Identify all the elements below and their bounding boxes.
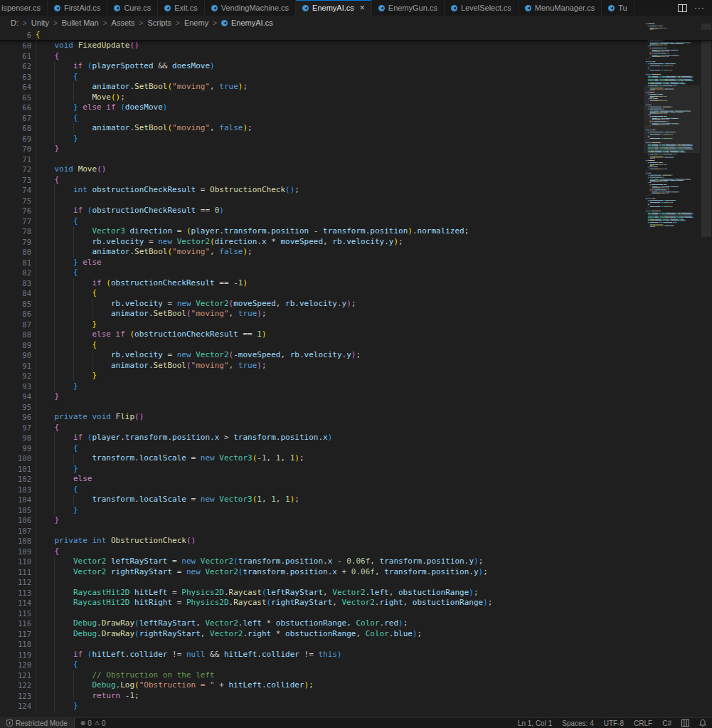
code-line[interactable]: 124 }	[0, 701, 712, 712]
code-line[interactable]: 87 }	[0, 320, 712, 330]
code-line[interactable]: 96 private void Flip()	[0, 412, 712, 423]
code-line[interactable]: 103 {	[0, 485, 712, 495]
breadcrumb-item[interactable]: Unity	[31, 19, 49, 27]
code-line[interactable]: 116 Debug.DrawRay(leftRayStart, Vector2.…	[0, 618, 712, 629]
sticky-scroll-line[interactable]: 6{	[0, 30, 712, 41]
code-line[interactable]: 6{	[0, 30, 712, 40]
tab-enemyai-cs[interactable]: EnemyAI.cs×	[296, 0, 372, 16]
code-line[interactable]: 102 else	[0, 474, 712, 485]
code-line[interactable]: 94 }	[0, 391, 712, 402]
tab-enemygun-cs[interactable]: EnemyGun.cs	[372, 0, 445, 16]
encoding-setting[interactable]: UTF-8	[604, 719, 624, 727]
code-line[interactable]: 75	[0, 196, 712, 206]
code-line[interactable]: 70 }	[0, 144, 712, 154]
code-line[interactable]: 89 {	[0, 340, 712, 351]
code-line[interactable]: 117 Debug.DrawRay(rightRayStart, Vector2…	[0, 629, 712, 640]
problems-status[interactable]: ⊗ 0 ⚠ 0	[75, 719, 112, 727]
code-line[interactable]: 60 void FixedUpdate()	[0, 41, 712, 51]
code-line[interactable]: 76 if (obstructionCheckResult == 0)	[0, 206, 712, 216]
breadcrumb-item[interactable]: D:	[11, 19, 18, 27]
code-line[interactable]: 106 }	[0, 515, 712, 526]
code-line[interactable]: 77 {	[0, 216, 712, 227]
code-line[interactable]: 91 animator.SetBool("moving", true);	[0, 361, 712, 371]
tab-menumanager-cs[interactable]: MenuManager.cs	[519, 0, 602, 16]
code-line[interactable]: 97 {	[0, 423, 712, 433]
more-actions-icon[interactable]: ···	[694, 3, 705, 13]
code-line[interactable]: 86 animator.SetBool("moving", true);	[0, 309, 712, 320]
tab-exit-cs[interactable]: Exit.cs	[158, 0, 204, 16]
split-editor-icon[interactable]	[678, 4, 687, 12]
code-line[interactable]: 119 if (hitLeft.collider != null && hitL…	[0, 650, 712, 660]
code-line[interactable]: 66 } else if (doesMove)	[0, 102, 712, 113]
code-line[interactable]: 113 RaycastHit2D hitLeft = Physics2D.Ray…	[0, 588, 712, 598]
code-line[interactable]: 109 {	[0, 547, 712, 557]
code-line[interactable]: 83 if (obstructionCheckResult == -1)	[0, 278, 712, 289]
code-line[interactable]: 80 animator.SetBool("moving", false);	[0, 247, 712, 258]
code-line[interactable]: 69 }	[0, 134, 712, 144]
code-line[interactable]: 107	[0, 526, 712, 537]
code-line[interactable]: 88 else if (obstructionCheckResult == 1)	[0, 329, 712, 340]
code-line[interactable]: 121 // Obstruction on the left	[0, 670, 712, 681]
scrollbar-thumb[interactable]	[701, 23, 711, 237]
tab-levelselect-cs[interactable]: LevelSelect.cs	[445, 0, 519, 16]
code-line[interactable]: 101 }	[0, 464, 712, 475]
notifications-bell-icon[interactable]	[699, 719, 706, 727]
code-line[interactable]: 92 }	[0, 371, 712, 381]
tab-vendingmachine-cs[interactable]: VendingMachine.cs	[205, 0, 296, 16]
code-line[interactable]: 63 {	[0, 72, 712, 83]
code-line[interactable]: 118	[0, 639, 712, 650]
code-line[interactable]: 104 transform.localScale = new Vector3(1…	[0, 495, 712, 505]
code-line[interactable]: 78 Vector3 direction = (player.transform…	[0, 226, 712, 237]
breadcrumb-file[interactable]: EnemyAI.cs	[221, 19, 273, 27]
code-line[interactable]: 73 {	[0, 175, 712, 186]
code-line[interactable]: 79 rb.velocity = new Vector2(direction.x…	[0, 237, 712, 248]
code-line[interactable]: 114 RaycastHit2D hitRight = Physics2D.Ra…	[0, 598, 712, 608]
code-line[interactable]: 105 }	[0, 505, 712, 516]
code-line[interactable]: 71	[0, 154, 712, 165]
code-line[interactable]: 99 {	[0, 443, 712, 454]
minimap-slider[interactable]	[644, 85, 700, 153]
code-line[interactable]: 98 if (player.transform.position.x > tra…	[0, 433, 712, 443]
language-mode[interactable]: C#	[662, 719, 671, 727]
code-line[interactable]: 64 animator.SetBool("moving", true);	[0, 82, 712, 93]
cursor-position[interactable]: Ln 1, Col 1	[518, 719, 552, 727]
code-line[interactable]: 65 Move();	[0, 93, 712, 103]
tab-cure-cs[interactable]: Cure.cs	[107, 0, 158, 16]
code-line[interactable]: 90 rb.velocity = new Vector2(-moveSpeed,…	[0, 350, 712, 361]
code-line[interactable]: 62 if (playerSpotted && doesMove)	[0, 61, 712, 72]
breadcrumb-item[interactable]: Assets	[112, 19, 135, 27]
eol-setting[interactable]: CRLF	[634, 719, 652, 727]
tab-tu[interactable]: Tu	[602, 0, 634, 16]
indentation-setting[interactable]: Spaces: 4	[562, 719, 593, 727]
code-line[interactable]: 85 rb.velocity = new Vector2(moveSpeed, …	[0, 299, 712, 310]
code-line[interactable]: 108 private int ObstructionCheck()	[0, 536, 712, 547]
code-line[interactable]: 68 animator.SetBool("moving", false);	[0, 123, 712, 134]
code-line[interactable]: 67 {	[0, 113, 712, 124]
breadcrumb-item[interactable]: Scripts	[147, 19, 171, 27]
tab-ispenser-cs[interactable]: ispenser.cs	[0, 0, 48, 16]
code-line[interactable]: 100 transform.localScale = new Vector3(-…	[0, 453, 712, 464]
code-line[interactable]: 120 {	[0, 660, 712, 670]
code-line[interactable]: 110 Vector2 leftRayStart = new Vector2(t…	[0, 556, 712, 567]
code-line[interactable]: 111 Vector2 rightRayStart = new Vector2(…	[0, 567, 712, 578]
code-editor[interactable]: 6{ 60 void FixedUpdate()61 {62 if (playe…	[0, 30, 712, 717]
code-line[interactable]: 93 }	[0, 381, 712, 392]
code-line[interactable]: 112	[0, 577, 712, 588]
code-line[interactable]: 61 {	[0, 51, 712, 62]
breadcrumb-item[interactable]: Bullet Man	[62, 19, 99, 27]
tab-firstaid-cs[interactable]: FirstAid.cs	[48, 0, 107, 16]
close-icon[interactable]: ×	[360, 4, 365, 11]
breadcrumb-item[interactable]: Enemy	[184, 19, 208, 27]
code-line[interactable]: 74 int obstructionCheckResult = Obstruct…	[0, 185, 712, 196]
restricted-mode-badge[interactable]: Restricted Mode	[0, 718, 74, 728]
code-line[interactable]: 84 {	[0, 288, 712, 299]
code-line[interactable]: 123 return -1;	[0, 691, 712, 702]
code-line[interactable]: 82 {	[0, 268, 712, 278]
code-line[interactable]: 122 Debug.Log("Obstruction = " + hitLeft…	[0, 680, 712, 691]
code-line[interactable]: 81 } else	[0, 258, 712, 268]
code-line[interactable]: 95	[0, 402, 712, 413]
code-line[interactable]: 115	[0, 608, 712, 619]
code-line[interactable]: 72 void Move()	[0, 164, 712, 175]
layout-grid-icon[interactable]	[681, 719, 689, 727]
indent-guide	[36, 515, 36, 526]
